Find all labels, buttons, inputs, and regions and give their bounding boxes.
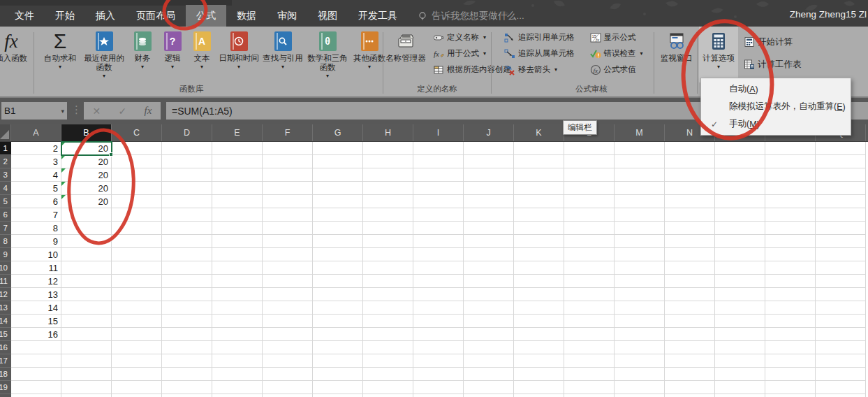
cell-E8[interactable]	[212, 235, 263, 248]
enter-icon[interactable]: ✓	[119, 106, 127, 117]
column-header-G[interactable]: G	[313, 124, 363, 141]
cell-L15[interactable]	[564, 328, 615, 341]
cell-Q8[interactable]	[816, 235, 866, 248]
cell-A3[interactable]: 4	[11, 168, 61, 182]
cell-L16[interactable]	[564, 341, 615, 354]
cell-G1[interactable]	[313, 142, 363, 155]
cell-B1[interactable]: 20	[61, 142, 112, 155]
cell-G8[interactable]	[313, 235, 363, 248]
cell-D9[interactable]	[162, 248, 212, 261]
cell-L3[interactable]	[564, 168, 615, 182]
cell-M13[interactable]	[615, 301, 665, 315]
cell-A20[interactable]	[11, 394, 61, 397]
cell-I1[interactable]	[413, 142, 464, 155]
cell-F4[interactable]	[263, 182, 313, 195]
cell-N17[interactable]	[665, 354, 715, 368]
cell-C13[interactable]	[112, 301, 162, 315]
tab-formulas[interactable]: 公式	[186, 5, 226, 27]
evaluate-formula-button[interactable]: fx 公式求值	[587, 62, 646, 78]
column-header-A[interactable]: A	[11, 124, 61, 141]
calc-menu-item-manual[interactable]: ✓手动(M)	[701, 115, 851, 133]
cell-M3[interactable]	[615, 168, 665, 182]
cell-C16[interactable]	[112, 341, 162, 354]
cell-H8[interactable]	[363, 235, 413, 248]
cell-I12[interactable]	[413, 288, 464, 301]
trace-dependents-button[interactable]: 追踪从属单元格	[501, 45, 578, 62]
cell-P2[interactable]	[765, 155, 816, 168]
cell-C1[interactable]	[112, 142, 162, 155]
cell-A4[interactable]: 5	[11, 182, 61, 195]
cell-Q7[interactable]	[816, 222, 866, 235]
tab-review[interactable]: 审阅	[267, 5, 307, 27]
cell-O17[interactable]	[715, 354, 765, 368]
cell-A11[interactable]: 12	[11, 275, 61, 288]
cell-G15[interactable]	[313, 328, 363, 341]
row-header-13[interactable]: 13	[0, 301, 11, 315]
cell-K12[interactable]	[514, 288, 564, 301]
cell-F5[interactable]	[263, 195, 313, 208]
cell-M7[interactable]	[615, 222, 665, 235]
cell-P3[interactable]	[765, 168, 816, 182]
column-header-M[interactable]: M	[615, 124, 665, 141]
cell-P9[interactable]	[765, 248, 816, 261]
cell-B18[interactable]	[61, 368, 112, 381]
cell-J2[interactable]	[464, 155, 514, 168]
cell-L2[interactable]	[564, 155, 615, 168]
watch-window-button[interactable]: 监视窗口	[656, 27, 697, 82]
error-checking-button[interactable]: 错误检查▾	[587, 45, 646, 62]
cell-E12[interactable]	[212, 288, 263, 301]
cell-H17[interactable]	[363, 354, 413, 368]
cell-B12[interactable]	[61, 288, 112, 301]
cell-I17[interactable]	[413, 354, 464, 368]
cell-P19[interactable]	[765, 381, 816, 394]
cell-B7[interactable]	[61, 222, 112, 235]
row-header-14[interactable]: 14	[0, 315, 11, 328]
cell-J19[interactable]	[464, 381, 514, 394]
cell-O4[interactable]	[715, 182, 765, 195]
name-box[interactable]: B1 ▾	[1, 102, 67, 120]
show-formulas-button[interactable]: 15fx 显示公式	[587, 29, 646, 45]
cell-C18[interactable]	[112, 368, 162, 381]
cell-P5[interactable]	[765, 195, 816, 208]
cell-O20[interactable]	[715, 394, 765, 397]
cell-D18[interactable]	[162, 368, 212, 381]
cell-D4[interactable]	[162, 182, 212, 195]
cell-H16[interactable]	[363, 341, 413, 354]
cell-D1[interactable]	[162, 142, 212, 155]
cell-J8[interactable]	[464, 235, 514, 248]
cell-Q2[interactable]	[816, 155, 866, 168]
row-header-19[interactable]: 19	[0, 381, 11, 394]
cell-H7[interactable]	[363, 222, 413, 235]
cell-B15[interactable]	[61, 328, 112, 341]
cell-P10[interactable]	[765, 261, 816, 275]
cell-A17[interactable]	[11, 354, 61, 368]
row-header-20[interactable]: 20	[0, 394, 11, 397]
row-header-2[interactable]: 2	[0, 155, 11, 168]
calculate-sheet-button[interactable]: 计算工作表	[741, 55, 804, 74]
cell-B13[interactable]	[61, 301, 112, 315]
cell-I15[interactable]	[413, 328, 464, 341]
cell-A10[interactable]: 11	[11, 261, 61, 275]
cell-H4[interactable]	[363, 182, 413, 195]
cell-C17[interactable]	[112, 354, 162, 368]
lookup-reference-button[interactable]: 查找与引用 ▾	[261, 27, 304, 82]
cell-N4[interactable]	[665, 182, 715, 195]
cell-L11[interactable]	[564, 275, 615, 288]
cell-K13[interactable]	[514, 301, 564, 315]
cell-O14[interactable]	[715, 315, 765, 328]
cell-E17[interactable]	[212, 354, 263, 368]
cell-K15[interactable]	[514, 328, 564, 341]
column-header-H[interactable]: H	[363, 124, 413, 141]
cell-B2[interactable]: 20	[61, 155, 112, 168]
cell-I19[interactable]	[413, 381, 464, 394]
date-time-button[interactable]: 日期和时间 ▾	[216, 27, 261, 82]
cell-K20[interactable]	[514, 394, 564, 397]
cell-F8[interactable]	[263, 235, 313, 248]
cell-M10[interactable]	[615, 261, 665, 275]
cell-O7[interactable]	[715, 222, 765, 235]
cell-G4[interactable]	[313, 182, 363, 195]
cell-I9[interactable]	[413, 248, 464, 261]
cell-I14[interactable]	[413, 315, 464, 328]
cell-B4[interactable]: 20	[61, 182, 112, 195]
cell-D17[interactable]	[162, 354, 212, 368]
